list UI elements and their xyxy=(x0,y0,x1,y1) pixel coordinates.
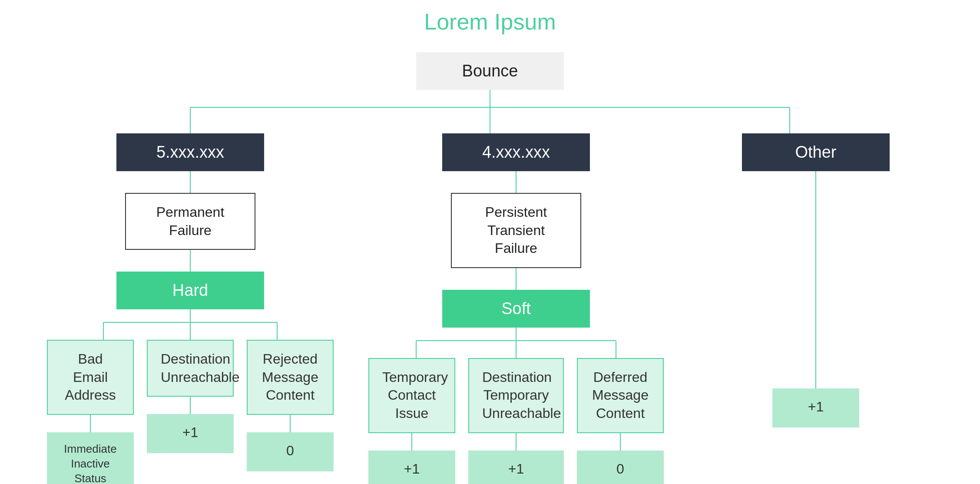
connector-deferred-content-effect xyxy=(577,433,664,451)
app-bounce-rejected-content: Rejected Message Content xyxy=(247,340,334,415)
connector-4xxx-ptf xyxy=(442,171,590,193)
branch-other: Other +1 xyxy=(707,133,924,428)
connector-bad-email-effect xyxy=(49,415,132,432)
effect-dest-temp-unreachable: +1 xyxy=(468,451,564,484)
branch-4xxx: 4.xxx.xxx Persistent Transient Failure S… xyxy=(368,133,664,484)
leaf-dest-temp-unreachable: Destination Temporary Unreachable +1 xyxy=(468,358,564,484)
effect-temp-contact: +1 xyxy=(368,451,455,484)
leaf-rejected-content: Rejected Message Content 0 xyxy=(247,340,334,471)
leaves-4xxx: Temporary Contact Issue +1 Destination T… xyxy=(368,358,664,484)
leaf-deferred-content: Deferred Message Content 0 xyxy=(577,358,664,484)
code-5xxx: 5.xxx.xxx xyxy=(116,133,264,171)
connector-pf-hard xyxy=(125,250,255,272)
page-title: Lorem Ipsum xyxy=(424,9,556,35)
connector-hard-leaves xyxy=(56,309,325,340)
branch-5xxx: 5.xxx.xxx Permanent Failure Hard xyxy=(56,133,325,484)
tech-persistent-transient: Persistent Transient Failure xyxy=(451,193,581,268)
app-bounce-dest-unreachable: Destination Unreachable xyxy=(147,340,234,397)
connector-dest-unreachable-effect xyxy=(149,397,232,414)
type-hard: Hard xyxy=(116,272,264,309)
root-connector xyxy=(56,90,924,133)
connector-soft-leaves xyxy=(368,328,664,358)
code-4xxx: 4.xxx.xxx xyxy=(442,133,590,171)
leaves-5xxx: Bad Email Address Immediate Inactive Sta… xyxy=(47,340,334,484)
type-soft: Soft xyxy=(442,290,590,328)
app-bounce-dest-temp-unreachable: Destination Temporary Unreachable xyxy=(468,358,564,433)
app-bounce-temp-contact: Temporary Contact Issue xyxy=(368,358,455,433)
effect-deferred-content: 0 xyxy=(577,451,664,484)
effect-dest-unreachable: +1 xyxy=(147,414,234,453)
app-bounce-deferred-content: Deferred Message Content xyxy=(577,358,664,433)
tech-permanent-failure: Permanent Failure xyxy=(125,193,255,250)
effect-bad-email: Immediate Inactive Status xyxy=(47,432,134,484)
tree-diagram: Bounce 5.xxx.xxx xyxy=(0,52,980,484)
leaf-dest-unreachable: Destination Unreachable +1 xyxy=(147,340,234,453)
connector-temp-contact-effect xyxy=(368,433,455,451)
connector-ptf-soft xyxy=(451,268,581,290)
leaf-temp-contact: Temporary Contact Issue +1 xyxy=(368,358,455,484)
connector-dest-temp-unreachable-effect xyxy=(468,433,564,451)
page: Lorem Ipsum Bounce 5.xxx.xxx xyxy=(0,0,980,484)
effect-other: +1 xyxy=(772,388,859,428)
app-bounce-bad-email: Bad Email Address xyxy=(47,340,134,415)
connector-other-effect xyxy=(742,171,890,388)
connector-rejected-content-effect xyxy=(249,415,331,432)
effect-rejected-content: 0 xyxy=(247,432,334,471)
root-node: Bounce xyxy=(416,52,564,90)
leaf-bad-email: Bad Email Address Immediate Inactive Sta… xyxy=(47,340,134,484)
code-other: Other xyxy=(742,133,890,171)
connector-5xxx-pf xyxy=(116,171,264,193)
